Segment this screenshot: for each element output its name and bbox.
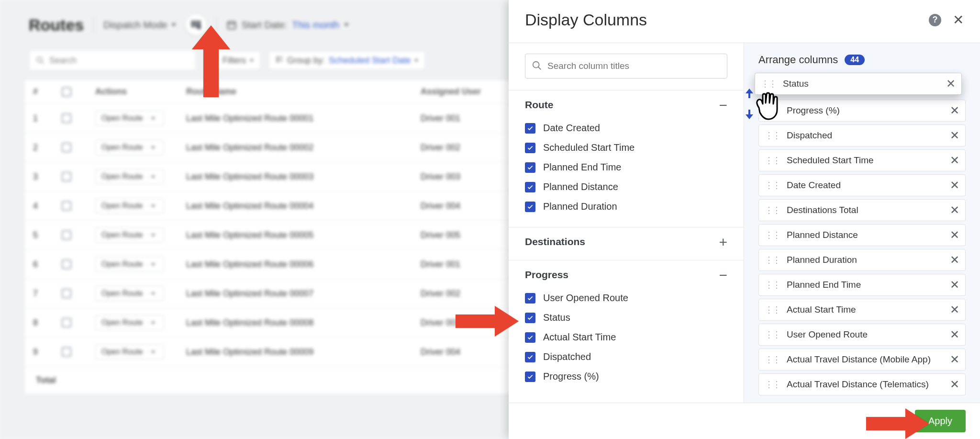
drag-handle-icon[interactable]: ⋮⋮: [765, 130, 780, 141]
drag-handle-icon[interactable]: ⋮⋮: [765, 205, 780, 215]
remove-icon[interactable]: ✕: [950, 329, 959, 340]
column-option[interactable]: Status: [509, 308, 744, 327]
checkbox-checked[interactable]: [525, 293, 535, 304]
row-checkbox[interactable]: [62, 318, 71, 327]
drag-handle-icon[interactable]: ⋮⋮: [765, 304, 780, 315]
drag-handle-icon[interactable]: ⋮⋮: [765, 329, 780, 340]
row-checkbox[interactable]: [62, 289, 71, 298]
help-icon[interactable]: ?: [929, 14, 941, 26]
column-option[interactable]: Planned End Time: [509, 158, 744, 177]
column-option-label: Status: [543, 312, 570, 323]
arranged-column-chip[interactable]: ⋮⋮Progress (%)✕: [758, 100, 966, 122]
drag-handle-icon[interactable]: ⋮⋮: [765, 379, 780, 390]
row-checkbox[interactable]: [62, 259, 71, 269]
group-header[interactable]: Route−: [509, 90, 744, 117]
arranged-column-chip[interactable]: ⋮⋮Actual Travel Distance (Mobile App)✕: [758, 349, 966, 371]
column-option[interactable]: Dispatched: [509, 347, 744, 367]
filters-button[interactable]: Filters: [204, 51, 261, 70]
remove-icon[interactable]: ✕: [950, 279, 959, 291]
remove-icon[interactable]: ✕: [950, 354, 959, 365]
arranged-column-chip[interactable]: ⋮⋮Actual Start Time✕: [758, 299, 966, 321]
row-checkbox[interactable]: [62, 201, 71, 211]
open-route-button[interactable]: Open Route: [95, 315, 164, 330]
checkbox-checked[interactable]: [525, 162, 535, 173]
checkbox-checked[interactable]: [525, 143, 535, 153]
arranged-column-chip[interactable]: ⋮⋮Planned End Time✕: [758, 274, 966, 296]
group-by-button[interactable]: Group by: Scheduled Start Date: [268, 51, 425, 70]
checkbox-checked[interactable]: [525, 352, 535, 362]
open-route-button[interactable]: Open Route: [95, 286, 164, 301]
column-option[interactable]: Actual Start Time: [509, 327, 744, 347]
arranged-column-chip[interactable]: ⋮⋮User Opened Route✕: [758, 324, 966, 346]
drag-handle-icon[interactable]: ⋮⋮: [765, 354, 780, 365]
column-groups-pane: Route−Date CreatedScheduled Start TimePl…: [509, 43, 744, 403]
row-checkbox[interactable]: [62, 172, 71, 181]
drag-handle-icon[interactable]: ⋮⋮: [765, 155, 780, 166]
open-route-button[interactable]: Open Route: [95, 344, 164, 360]
arranged-column-chip[interactable]: ⋮⋮Scheduled Start Time✕: [758, 149, 966, 171]
checkbox-checked[interactable]: [525, 202, 535, 212]
chip-label: Planned Distance: [787, 230, 858, 240]
arranged-column-chip[interactable]: ⋮⋮Dispatched✕: [758, 124, 966, 146]
chip-label: Destinations Total: [787, 205, 858, 215]
column-option[interactable]: Date Created: [509, 118, 744, 138]
start-date-filter[interactable]: Start Date: This month: [226, 20, 349, 31]
drag-handle-icon[interactable]: ⋮⋮: [765, 255, 780, 265]
open-route-button[interactable]: Open Route: [95, 111, 164, 126]
select-all-checkbox[interactable]: [62, 87, 71, 97]
arranged-column-chip[interactable]: ⋮⋮Actual Travel Distance (Telematics)✕: [758, 373, 966, 395]
remove-icon[interactable]: ✕: [950, 254, 959, 266]
column-option[interactable]: Planned Distance: [509, 177, 744, 197]
remove-icon[interactable]: ✕: [950, 155, 959, 166]
chevron-down-icon: [151, 293, 155, 295]
arranged-column-chip[interactable]: ⋮⋮Planned Duration✕: [758, 249, 966, 271]
row-checkbox[interactable]: [62, 230, 71, 240]
open-route-button[interactable]: Open Route: [95, 227, 164, 243]
drag-handle-icon[interactable]: ⋮⋮: [765, 105, 780, 116]
remove-icon[interactable]: ✕: [950, 204, 959, 216]
open-route-button[interactable]: Open Route: [95, 140, 164, 155]
group-header[interactable]: Destinations+: [509, 227, 744, 254]
arranged-column-chip[interactable]: ⋮⋮Date Created✕: [758, 174, 966, 196]
open-route-button[interactable]: Open Route: [95, 198, 164, 214]
row-index: 9: [33, 347, 62, 357]
remove-icon[interactable]: ✕: [950, 379, 959, 390]
column-option[interactable]: User Opened Route: [509, 288, 744, 308]
drag-handle-icon[interactable]: ⋮⋮: [765, 280, 780, 290]
column-search-input[interactable]: [525, 54, 727, 79]
checkbox-checked[interactable]: [525, 123, 535, 134]
checkbox-checked[interactable]: [525, 182, 535, 192]
column-option[interactable]: Progress (%): [509, 367, 744, 386]
row-checkbox[interactable]: [62, 143, 71, 152]
row-checkbox[interactable]: [62, 113, 71, 123]
drag-handle-icon[interactable]: ⋮⋮: [765, 230, 780, 240]
open-route-button[interactable]: Open Route: [95, 169, 164, 184]
checkbox-checked[interactable]: [525, 313, 535, 323]
checkbox-checked[interactable]: [525, 371, 535, 382]
row-checkbox[interactable]: [62, 347, 71, 357]
apply-button[interactable]: Apply: [915, 410, 966, 432]
drag-handle-icon[interactable]: ⋮⋮: [761, 79, 776, 89]
remove-icon[interactable]: ✕: [950, 180, 959, 191]
dispatch-mode-dropdown[interactable]: Dispatch Mode: [103, 20, 176, 31]
group-header[interactable]: Progress−: [509, 260, 744, 287]
chevron-down-icon: [151, 146, 155, 149]
column-option[interactable]: Planned Duration: [509, 197, 744, 216]
remove-icon[interactable]: ✕: [950, 304, 959, 315]
remove-icon[interactable]: ✕: [946, 78, 956, 90]
arranged-column-chip[interactable]: ⋮⋮Status✕: [755, 73, 962, 95]
arranged-column-chip[interactable]: ⋮⋮Destinations Total✕: [758, 199, 966, 221]
drag-handle-icon[interactable]: ⋮⋮: [765, 180, 780, 191]
remove-icon[interactable]: ✕: [950, 130, 959, 141]
close-icon[interactable]: ✕: [953, 13, 964, 27]
remove-icon[interactable]: ✕: [950, 229, 959, 241]
display-columns-button[interactable]: [186, 14, 207, 35]
open-route-button[interactable]: Open Route: [95, 257, 164, 272]
arranged-column-chip[interactable]: ⋮⋮Planned Distance✕: [758, 224, 966, 246]
remove-icon[interactable]: ✕: [950, 105, 959, 116]
chevron-down-icon: [151, 263, 155, 266]
checkbox-checked[interactable]: [525, 332, 535, 343]
column-option[interactable]: Scheduled Start Time: [509, 138, 744, 158]
search-input-wrapper[interactable]: Search: [29, 50, 196, 71]
columns-icon: [191, 21, 201, 29]
